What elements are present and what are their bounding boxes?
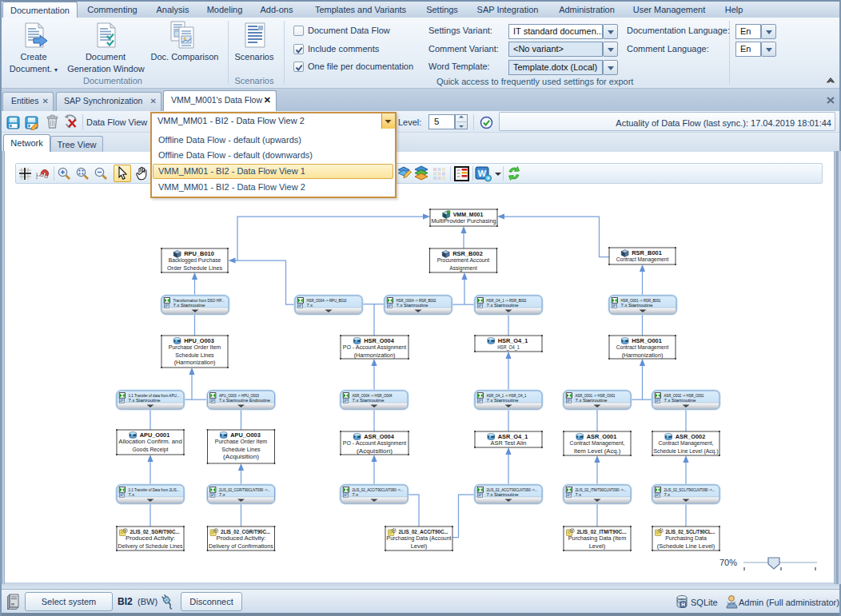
svg-text:HSR_O4_1: HSR_O4_1 [498, 337, 528, 344]
svg-text:Schedule Lines: Schedule Lines [221, 446, 261, 453]
svg-text:Purchase Order Item: Purchase Order Item [169, 344, 221, 351]
svg-text:7.x Startroutine: 7.x Startroutine [397, 302, 429, 308]
svg-text:HSR_O004: HSR_O004 [364, 337, 394, 344]
svg-text:7.x Startroutine: 7.x Startroutine [487, 491, 520, 497]
svg-text:Schedule Line Level (Acq.): Schedule Line Level (Acq.) [654, 447, 719, 455]
svg-text:2LIS_02_SCL/T90CLNT090 ->...: 2LIS_02_SCL/T90CLNT090 ->... [664, 487, 715, 492]
svg-text:Produced Activity:: Produced Activity: [126, 535, 175, 542]
svg-text:Purchase Order Item: Purchase Order Item [215, 438, 268, 445]
svg-text:(Schedule Line Level): (Schedule Line Level) [657, 542, 715, 550]
svg-text:Purchasing Data (Account: Purchasing Data (Account [387, 535, 452, 542]
svg-text:Contract Management,: Contract Management, [570, 439, 625, 447]
svg-text:Allocation Confirm. and: Allocation Confirm. and [118, 438, 181, 445]
svg-text:ASR Test Alin: ASR Test Alin [491, 439, 527, 447]
svg-text:2LIS_02_CGR/T90CLNT090 ->...: 2LIS_02_CGR/T90CLNT090 ->... [219, 487, 270, 492]
svg-text:2LIS_02_ACC/T90C...: 2LIS_02_ACC/T90C... [399, 528, 448, 535]
svg-text:Purchasing Data (Item: Purchasing Data (Item [568, 535, 626, 542]
svg-text:7.x Startroutine: 7.x Startroutine [129, 397, 161, 403]
svg-text:MultiProvider Purchasing: MultiProvider Purchasing [432, 217, 496, 225]
svg-text:VMM_M001: VMM_M001 [453, 211, 484, 218]
svg-text:APU_O001: APU_O001 [140, 431, 170, 439]
svg-text:HPU_O003: HPU_O003 [184, 337, 214, 344]
svg-text:H: H [681, 602, 685, 607]
svg-text:HSR_O001: HSR_O001 [632, 337, 662, 344]
svg-text:Purchasing Data: Purchasing Data [665, 535, 707, 542]
svg-text:ASR_O002: ASR_O002 [676, 433, 706, 440]
svg-text:Order Schedule Lines: Order Schedule Lines [167, 264, 222, 272]
svg-text:7.x Startroutine: 7.x Startroutine [576, 397, 608, 403]
svg-text:PO - Account Assignment: PO - Account Assignment [343, 344, 406, 351]
svg-text:Contract Management: Contract Management [616, 344, 669, 351]
svg-text:(Harmonization): (Harmonization) [174, 359, 216, 366]
svg-text:7.x: 7.x [129, 491, 135, 497]
svg-text:RSR_B002: RSR_B002 [452, 250, 483, 257]
svg-text:(Harmonization): (Harmonization) [354, 352, 396, 359]
svg-text:7.x Startroutine: 7.x Startroutine [664, 397, 697, 403]
svg-text:RSR_B001: RSR_B001 [632, 249, 662, 256]
svg-text:ASR_O4_1: ASR_O4_1 [498, 433, 528, 440]
svg-text:ASR_O001: ASR_O001 [587, 433, 617, 440]
svg-text:ASR_O004: ASR_O004 [364, 433, 394, 440]
svg-text:(Harmonization): (Harmonization) [622, 352, 664, 359]
svg-text:7.x Startroutine Endroutine: 7.x Startroutine Endroutine [219, 397, 270, 403]
svg-text:Produced Activity:: Produced Activity: [216, 535, 265, 542]
svg-text:2LIS_02_ITM/T90C...: 2LIS_02_ITM/T90C... [577, 528, 627, 535]
svg-text:Assignment: Assignment [449, 264, 477, 272]
svg-text:7.x Startroutine: 7.x Startroutine [487, 302, 520, 308]
svg-text:HSR_O4_1: HSR_O4_1 [497, 344, 520, 351]
svg-text:7.x: 7.x [353, 491, 359, 497]
svg-text:2LIS_02_CGR/T90C...: 2LIS_02_CGR/T90C... [221, 528, 270, 535]
svg-text:APU_O003: APU_O003 [230, 431, 261, 439]
svg-text:7.x: 7.x [307, 302, 313, 308]
svg-text:Delivery of Confirmations: Delivery of Confirmations [209, 542, 273, 550]
svg-text:RPU_B010: RPU_B010 [184, 250, 214, 257]
svg-text:7.x: 7.x [219, 491, 225, 497]
svg-text:Contract Management,: Contract Management, [659, 439, 714, 447]
svg-text:Delivery of Schedule Lines: Delivery of Schedule Lines [118, 542, 183, 550]
svg-text:7.x Startroutine: 7.x Startroutine [173, 302, 206, 308]
svg-text:1:1 Transfer of Data from 2LIS: 1:1 Transfer of Data from 2LIS... [129, 487, 180, 492]
svg-text:7.x Startroutine: 7.x Startroutine [621, 302, 654, 308]
svg-text:HSR_O004 -> RPU_B010: HSR_O004 -> RPU_B010 [307, 297, 347, 303]
svg-text:7.x Startroutine: 7.x Startroutine [487, 397, 520, 403]
svg-text:Level): Level) [589, 542, 606, 550]
svg-text:Contract Management: Contract Management [616, 256, 669, 263]
svg-text:2LIS_02_SCL/T90CL...: 2LIS_02_SCL/T90CL... [666, 528, 715, 535]
svg-text:PO - Account Assignment: PO - Account Assignment [343, 439, 406, 447]
svg-text:Level): Level) [411, 542, 428, 550]
svg-text:Goods Receipt: Goods Receipt [133, 446, 169, 453]
svg-text:2LIS_02_SGR/T90C...: 2LIS_02_SGR/T90C... [130, 528, 180, 535]
svg-text:7.x: 7.x [576, 491, 582, 497]
svg-text:2LIS_02_ITM/T90CLNT090 ->...: 2LIS_02_ITM/T90CLNT090 ->... [576, 487, 627, 492]
svg-text:(Acquisition): (Acquisition) [357, 447, 393, 455]
svg-text:7.x: 7.x [664, 491, 671, 497]
svg-text:Item Level (Acq.): Item Level (Acq.) [574, 447, 621, 455]
svg-text:2LIS_02_ACC/T90CLNT090 ->...: 2LIS_02_ACC/T90CLNT090 ->... [353, 487, 404, 492]
svg-text:Schedule Lines: Schedule Lines [175, 352, 214, 359]
svg-text:Backlogged Purchase: Backlogged Purchase [169, 256, 221, 264]
svg-text:7.x Startroutine: 7.x Startroutine [353, 397, 385, 403]
svg-text:Procurement Account: Procurement Account [437, 256, 490, 264]
svg-text:(Acquisition): (Acquisition) [223, 453, 259, 460]
